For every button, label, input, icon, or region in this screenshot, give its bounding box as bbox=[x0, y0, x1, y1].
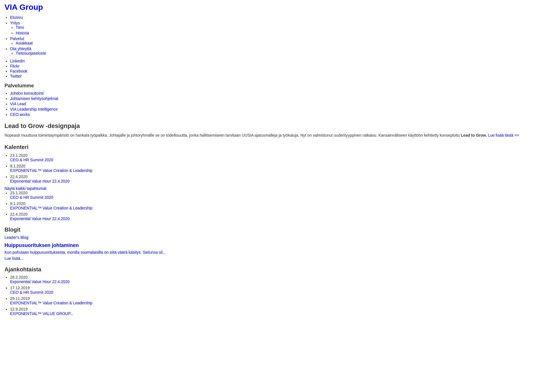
site-title[interactable]: VIA Group bbox=[4, 3, 534, 12]
leaders-blog-link[interactable]: Leader's Blog bbox=[4, 235, 534, 240]
ajankohtaista-list: 28.2.2020 Exponential Value Hour 22.4.20… bbox=[4, 275, 534, 316]
nav-link-yritys[interactable]: Yritys bbox=[10, 21, 20, 25]
ajankohtaista-date-4: 12.9.2019 bbox=[10, 307, 534, 311]
kalenteri-event-link-3[interactable]: Exponential Value Hour 22.4.2020 bbox=[10, 179, 534, 183]
nav-link-tietosuojaseloste[interactable]: Tietosuojaseloste bbox=[16, 51, 46, 55]
ajankohtaista-event-link-1[interactable]: Exponential Value Hour 22.4.2020 bbox=[10, 279, 534, 284]
kalenteri-item-5: 9.1.2020 EXPONENTIAL™ Value Creation & L… bbox=[10, 201, 534, 210]
service-link-via-leadership[interactable]: VIA Leadership Intelligence bbox=[10, 107, 58, 111]
nav-item-etusivu: Etusivu bbox=[10, 15, 534, 20]
social-list: LinkedIn Flickr Facebook Twitter bbox=[4, 59, 534, 78]
nav-item-historia: Historia bbox=[16, 31, 534, 35]
social-item-facebook: Facebook bbox=[10, 69, 534, 73]
nav-link-tiimi[interactable]: Tiimi bbox=[16, 25, 24, 30]
nav-item-tiimi: Tiimi bbox=[16, 25, 534, 30]
ajankohtaista-item-1: 28.2.2020 Exponential Value Hour 22.4.20… bbox=[10, 275, 534, 284]
ajankohtaista-item-3: 29.11.2019 EXPONENTIAL™ Value Creation &… bbox=[10, 296, 534, 305]
kalenteri-section: Kalenteri 23.1.2020 CEO & HR Summit 2020… bbox=[4, 144, 534, 221]
palvelumme-heading: Palvelumme bbox=[4, 83, 534, 89]
nav-submenu-yritys: Tiimi Historia bbox=[10, 25, 534, 35]
ajankohtaista-event-link-3[interactable]: EXPONENTIAL™ Value Creation & Leadership bbox=[10, 301, 534, 305]
lead-to-grow-heading: Lead to Grow -designpaja bbox=[4, 122, 534, 130]
ajankohtaista-event-link-4[interactable]: EXPONENTIAL™ VALUE GROUP... bbox=[10, 311, 534, 316]
service-item-via-lead: VIA Lead bbox=[10, 102, 534, 106]
blog-post-excerpt: Kun puhutaan huippusuorituksesta, monill… bbox=[4, 250, 534, 255]
ajankohtaista-item-4: 12.9.2019 EXPONENTIAL™ VALUE GROUP... bbox=[10, 307, 534, 316]
kalenteri-item-2: 9.1.2020 EXPONENTIAL™ Value Creation & L… bbox=[10, 164, 534, 173]
ajankohtaista-date-1: 28.2.2020 bbox=[10, 275, 534, 279]
service-link-ceo-works[interactable]: CEO.works bbox=[10, 112, 30, 117]
social-item-linkedin: LinkedIn bbox=[10, 59, 534, 63]
kalenteri-date-2: 9.1.2020 bbox=[10, 164, 534, 168]
kalenteri-event-link-2[interactable]: EXPONENTIAL™ Value Creation & Leadership bbox=[10, 168, 534, 173]
kalenteri-list-1: 23.1.2020 CEO & HR Summit 2020 9.1.2020 … bbox=[4, 153, 534, 183]
kalenteri-item-3: 22.4.2020 Exponential Value Hour 22.4.20… bbox=[10, 174, 534, 183]
palvelumme-section: Palvelumme Johdon konsultointi Johtamise… bbox=[4, 83, 534, 117]
site-title-link[interactable]: VIA Group bbox=[4, 3, 43, 11]
kalenteri-event-link-4[interactable]: CEO & HR Summit 2020 bbox=[10, 195, 534, 200]
social-item-twitter: Twitter bbox=[10, 74, 534, 78]
service-item-ceo-works: CEO.works bbox=[10, 112, 534, 117]
nav-link-ota-yhteytta[interactable]: Ota yhteyttä bbox=[10, 46, 31, 51]
nav-link-etusivu[interactable]: Etusivu bbox=[10, 15, 23, 20]
kalenteri-item-4: 23.1.2020 CEO & HR Summit 2020 bbox=[10, 191, 534, 200]
kalenteri-list-2: 23.1.2020 CEO & HR Summit 2020 9.1.2020 … bbox=[4, 191, 534, 221]
lead-to-grow-body: Nopeasti muuttuva toimintaympäristö on h… bbox=[4, 132, 534, 138]
kalenteri-date-1: 23.1.2020 bbox=[10, 153, 534, 158]
ajankohtaista-section: Ajankohtaista 28.2.2020 Exponential Valu… bbox=[4, 266, 534, 316]
service-link-johdon[interactable]: Johdon konsultointi bbox=[10, 91, 44, 95]
blogit-section: Blogit Leader's Blog Huippusuorituksen j… bbox=[4, 227, 534, 261]
kalenteri-event-link-6[interactable]: Exponential Value Hour 22.4.2020 bbox=[10, 216, 534, 221]
palvelumme-list: Johdon konsultointi Johtamisen kehitysoh… bbox=[4, 91, 534, 117]
lead-to-grow-section: Lead to Grow -designpaja Nopeasti muuttu… bbox=[4, 122, 534, 138]
ajankohtaista-item-2: 17.12.2019 CEO & HR Summit 2020 bbox=[10, 286, 534, 295]
blog-post-excerpt-link[interactable]: Kun puhutaan huippusuorituksesta, monill… bbox=[4, 250, 166, 255]
lead-to-grow-lue-lisaa[interactable]: Lue lisää tästä >> bbox=[488, 133, 519, 137]
kalenteri-date-4: 23.1.2020 bbox=[10, 191, 534, 195]
nav-link-palvelut[interactable]: Palvelut bbox=[10, 36, 24, 41]
kalenteri-date-5: 9.1.2020 bbox=[10, 201, 534, 206]
nav-item-yritys: Yritys Tiimi Historia bbox=[10, 21, 534, 35]
nav-item-tietosuojaseloste: Tietosuojaseloste bbox=[16, 51, 534, 55]
service-link-johtamisen[interactable]: Johtamisen kehitysohjelmat bbox=[10, 96, 58, 101]
social-link-linkedin[interactable]: LinkedIn bbox=[10, 59, 25, 63]
blogit-heading: Blogit bbox=[4, 227, 534, 233]
service-link-via-lead[interactable]: VIA Lead bbox=[10, 102, 26, 106]
nav-link-asiakkaat[interactable]: Asiakkaat bbox=[16, 41, 33, 45]
nav-item-palvelut: Palvelut Asiakkaat bbox=[10, 36, 534, 45]
lead-to-grow-body-text: Nopeasti muuttuva toimintaympäristö on h… bbox=[4, 133, 461, 137]
kalenteri-item-1: 23.1.2020 CEO & HR Summit 2020 bbox=[10, 153, 534, 162]
social-link-flickr[interactable]: Flickr bbox=[10, 64, 19, 68]
kalenteri-date-6: 22.4.2020 bbox=[10, 212, 534, 216]
social-item-flickr: Flickr bbox=[10, 64, 534, 68]
service-item-johtamisen: Johtamisen kehitysohjelmat bbox=[10, 96, 534, 101]
ajankohtaista-date-2: 17.12.2019 bbox=[10, 286, 534, 290]
kalenteri-item-6: 22.4.2020 Exponential Value Hour 22.4.20… bbox=[10, 212, 534, 221]
ajankohtaista-date-3: 29.11.2019 bbox=[10, 296, 534, 301]
blog-post-lue-lisaa[interactable]: Lue lisää... bbox=[4, 256, 24, 261]
nav-item-asiakkaat: Asiakkaat bbox=[16, 41, 534, 45]
kalenteri-heading: Kalenteri bbox=[4, 144, 534, 150]
nav-submenu-ota-yhteytta: Tietosuojaseloste bbox=[10, 51, 534, 55]
main-nav: Etusivu Yritys Tiimi Historia Palvelut A… bbox=[4, 15, 534, 55]
social-link-facebook[interactable]: Facebook bbox=[10, 69, 27, 73]
nav-list: Etusivu Yritys Tiimi Historia Palvelut A… bbox=[4, 15, 534, 55]
social-links: LinkedIn Flickr Facebook Twitter bbox=[4, 59, 534, 78]
nav-link-historia[interactable]: Historia bbox=[16, 31, 29, 35]
nayta-kaikki-link[interactable]: Näytä kaikki tapahtumat bbox=[4, 186, 534, 191]
ajankohtaista-heading: Ajankohtaista bbox=[4, 266, 534, 273]
nav-item-ota-yhteytta: Ota yhteyttä Tietosuojaseloste bbox=[10, 46, 534, 55]
kalenteri-event-link-5[interactable]: EXPONENTIAL™ Value Creation & Leadership bbox=[10, 206, 534, 210]
kalenteri-date-3: 22.4.2020 bbox=[10, 174, 534, 179]
social-link-twitter[interactable]: Twitter bbox=[10, 74, 22, 78]
blog-post-title-link[interactable]: Huippusuorituksen johtaminen bbox=[4, 242, 79, 248]
nav-submenu-palvelut: Asiakkaat bbox=[10, 41, 534, 45]
lead-to-grow-bold: Lead to Grow. bbox=[461, 133, 487, 137]
blog-post-title: Huippusuorituksen johtaminen bbox=[4, 242, 534, 248]
service-item-via-leadership: VIA Leadership Intelligence bbox=[10, 107, 534, 111]
kalenteri-event-link-1[interactable]: CEO & HR Summit 2020 bbox=[10, 158, 534, 162]
ajankohtaista-event-link-2[interactable]: CEO & HR Summit 2020 bbox=[10, 290, 534, 295]
service-item-johdon: Johdon konsultointi bbox=[10, 91, 534, 95]
